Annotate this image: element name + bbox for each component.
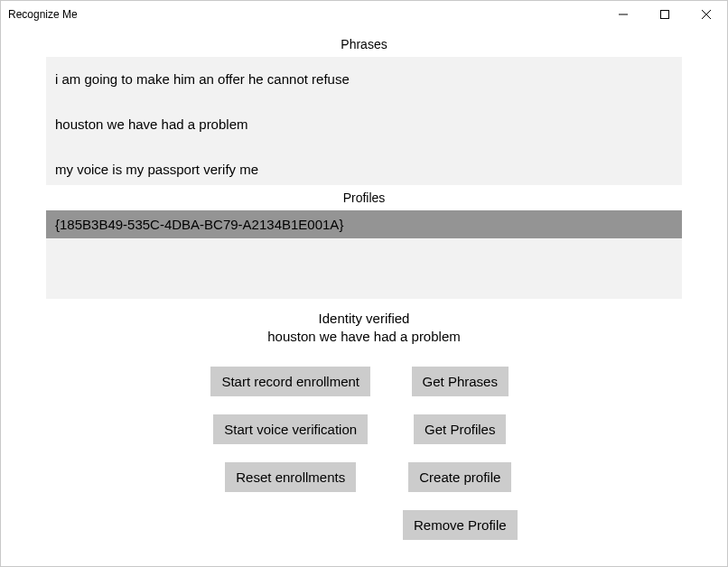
get-phrases-button[interactable]: Get Phrases: [412, 367, 509, 396]
minimize-button[interactable]: [602, 1, 644, 28]
status-line-2: houston we have had a problem: [8, 328, 720, 346]
maximize-icon: [660, 10, 669, 19]
list-item[interactable]: {185B3B49-535C-4DBA-BC79-A2134B1E001A}: [46, 210, 682, 238]
get-profiles-button[interactable]: Get Profiles: [414, 414, 506, 444]
button-column-right: Get Phrases Get Profiles Create profile …: [403, 367, 518, 540]
list-item[interactable]: i am going to make him an offer he canno…: [46, 64, 682, 95]
close-icon: [702, 10, 711, 19]
status-block: Identity verified houston we have had a …: [8, 310, 720, 347]
status-line-1: Identity verified: [8, 310, 720, 328]
titlebar: Recognize Me: [1, 1, 727, 28]
content-area: Phrases i am going to make him an offer …: [1, 28, 727, 544]
button-grid: Start record enrollment Start voice veri…: [8, 367, 720, 540]
button-column-left: Start record enrollment Start voice veri…: [210, 367, 370, 540]
reset-enrollments-button[interactable]: Reset enrollments: [225, 462, 356, 492]
start-voice-verification-button[interactable]: Start voice verification: [213, 414, 368, 444]
list-item[interactable]: houston we have had a problem: [46, 109, 682, 140]
phrases-label: Phrases: [8, 37, 720, 51]
profiles-label: Profiles: [8, 191, 720, 205]
window-controls: [602, 1, 727, 28]
svg-rect-0: [661, 11, 669, 19]
maximize-button[interactable]: [644, 1, 686, 28]
minimize-icon: [619, 10, 628, 19]
remove-profile-button[interactable]: Remove Profile: [403, 510, 518, 540]
list-item[interactable]: my voice is my passport verify me: [46, 154, 682, 185]
close-button[interactable]: [686, 1, 727, 28]
create-profile-button[interactable]: Create profile: [408, 462, 511, 492]
start-record-enrollment-button[interactable]: Start record enrollment: [210, 367, 370, 396]
profiles-list[interactable]: {185B3B49-535C-4DBA-BC79-A2134B1E001A}: [46, 210, 682, 299]
window-title: Recognize Me: [8, 8, 78, 21]
phrases-list[interactable]: i am going to make him an offer he canno…: [46, 57, 682, 185]
